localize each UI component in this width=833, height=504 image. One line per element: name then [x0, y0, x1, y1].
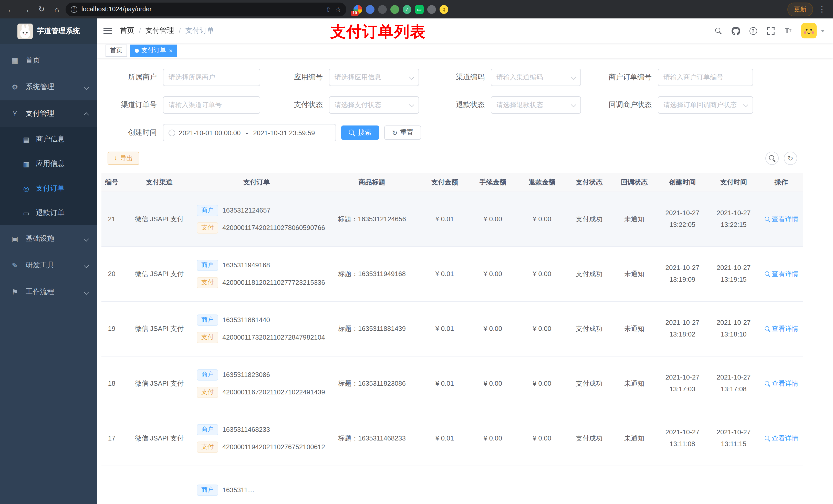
view-detail-link[interactable]: 查看详情 [764, 269, 799, 279]
pay-status-select[interactable]: 请选择支付状态 [329, 96, 419, 114]
address-bar[interactable]: i localhost:1024/pay/order ⇧ ☆ [66, 2, 346, 16]
merchant-order-no: 1635312124657 [222, 207, 270, 214]
cell-id: 18 [101, 356, 128, 411]
cell-fee: ¥ 0.00 [468, 246, 518, 301]
sidebar-toggle-icon[interactable] [97, 19, 118, 43]
help-icon[interactable]: ? [746, 24, 760, 38]
home-icon[interactable]: ⌂ [50, 3, 64, 16]
view-detail-link[interactable]: 查看详情 [764, 434, 799, 443]
col-title: 商品标题 [323, 173, 421, 192]
site-info-icon[interactable]: i [71, 6, 77, 13]
cell-title: 标题：1635311468233 [323, 411, 421, 465]
col-id: 编号 [101, 173, 128, 192]
sidebar-item-infrastructure[interactable]: ▣ 基础设施 [0, 225, 97, 252]
breadcrumb-payment[interactable]: 支付管理 [145, 26, 174, 35]
ext-icon-4[interactable] [390, 5, 399, 14]
user-menu-caret-icon[interactable] [821, 29, 825, 32]
view-detail-link[interactable]: 查看详情 [764, 324, 799, 333]
annotation-title: 支付订单列表 [330, 22, 426, 43]
date-start[interactable]: 2021-10-01 00:00:00 [179, 129, 240, 137]
notify-status-select[interactable]: 请选择订单回调商户状态 [658, 96, 753, 114]
url-text[interactable]: localhost:1024/pay/order [81, 6, 322, 13]
tab-home[interactable]: 首页 [105, 44, 127, 56]
sidebar-item-pay-order[interactable]: ◎ 支付订单 [0, 176, 97, 201]
merchant-tag: 商户 [197, 314, 218, 326]
sidebar-item-merchant-info[interactable]: ▤ 商户信息 [0, 127, 97, 152]
search-button[interactable]: 搜索 [341, 125, 379, 140]
tab-pay-order[interactable]: 支付订单 × [130, 44, 177, 56]
ext-icon-2[interactable] [366, 5, 375, 14]
cell-pay-order: 商户 1635311468233 支付 42000011942021102767… [191, 411, 323, 465]
sidebar: 芋道管理系统 ▦ 首页 ⚙ 系统管理 ¥ 支付管理 [0, 19, 97, 504]
chevron-down-icon [84, 263, 89, 268]
channel-order-no-input[interactable]: 请输入渠道订单号 [163, 96, 260, 114]
cell-fee: ¥ 0.00 [468, 411, 518, 465]
share-icon[interactable]: ⇧ [326, 5, 331, 13]
close-icon[interactable]: × [169, 47, 173, 53]
cell-amount: ¥ 0.01 [421, 356, 468, 411]
sidebar-item-home[interactable]: ▦ 首页 [0, 47, 97, 74]
col-channel: 支付渠道 [128, 173, 191, 192]
table-header: 编号 支付渠道 支付订单 商品标题 支付金额 手续金额 退款金额 支付状态 回调… [101, 173, 803, 192]
cell-notify [612, 465, 657, 504]
view-detail-link[interactable]: 查看详情 [764, 379, 799, 388]
app-select[interactable]: 请选择应用信息 [329, 69, 419, 86]
sidebar-item-system[interactable]: ⚙ 系统管理 [0, 74, 97, 100]
table-toolbar: ↓ 导出 ↻ [108, 152, 797, 165]
cell-title [323, 465, 421, 504]
logo[interactable]: 芋道管理系统 [0, 19, 97, 44]
font-size-icon[interactable]: TT [781, 24, 795, 38]
fullscreen-icon[interactable] [763, 24, 778, 38]
breadcrumb-home[interactable]: 首页 [120, 26, 134, 35]
user-avatar[interactable] [801, 23, 817, 39]
export-button[interactable]: ↓ 导出 [108, 152, 139, 165]
reload-icon[interactable]: ↻ [35, 3, 48, 16]
ext-icon-chat[interactable]: ▭ [415, 5, 424, 14]
bookmark-star-icon[interactable]: ☆ [335, 5, 341, 13]
sidebar-item-payment[interactable]: ¥ 支付管理 [0, 100, 97, 127]
ext-icon-vue[interactable]: ✓ [403, 5, 411, 14]
github-icon[interactable] [729, 24, 743, 38]
back-icon[interactable]: ← [4, 3, 18, 16]
pay-tag: 支付 [197, 222, 218, 233]
forward-icon[interactable]: → [20, 3, 33, 16]
merchant-order-no-input[interactable]: 请输入商户订单编号 [658, 69, 753, 86]
clock-icon [169, 129, 175, 136]
app-title: 芋道管理系统 [37, 27, 80, 36]
cell-channel: 微信 JSAPI 支付 [128, 192, 191, 246]
cell-fee: ¥ 0.00 [468, 356, 518, 411]
cell-id: 20 [101, 246, 128, 301]
chevron-down-icon [84, 85, 89, 90]
toggle-search-button[interactable] [765, 152, 779, 165]
browser-menu-icon[interactable]: ⋮ [815, 5, 829, 14]
channel-order-no-label: 渠道订单号 [108, 100, 157, 110]
cell-title: 标题：1635311949168 [323, 246, 421, 301]
cell-pay-order: 商户 1635311823086 支付 42000011672021102710… [191, 356, 323, 411]
cell-pay-order: 商户 1635311949168 支付 42000011812021102777… [191, 246, 323, 301]
refund-status-select[interactable]: 请选择退款状态 [491, 96, 581, 114]
workflow-icon: ⚑ [10, 288, 20, 296]
ext-icon-3[interactable] [378, 5, 387, 14]
date-end[interactable]: 2021-10-31 23:59:59 [253, 129, 315, 137]
merchant-select[interactable]: 请选择所属商户 [163, 69, 260, 86]
reset-button[interactable]: ↻ 重置 [384, 125, 421, 140]
sidebar-item-refund-order[interactable]: ▭ 退款订单 [0, 201, 97, 225]
browser-update-button[interactable]: 更新 [787, 2, 813, 16]
channel-code-select[interactable]: 请输入渠道编码 [491, 69, 581, 86]
extensions-puzzle-icon[interactable] [427, 5, 436, 14]
sidebar-item-app-info[interactable]: ▥ 应用信息 [0, 152, 97, 176]
sidebar-item-workflow[interactable]: ⚑ 工作流程 [0, 279, 97, 305]
cell-refund: ¥ 0.00 [518, 192, 567, 246]
merchant-icon: ▤ [22, 136, 31, 143]
search-icon [349, 129, 356, 136]
sidebar-item-devtools[interactable]: ✎ 研发工具 [0, 252, 97, 279]
logo-avatar [18, 24, 33, 39]
cell-create-time [657, 465, 708, 504]
create-time-range-picker[interactable]: 2021-10-01 00:00:00 - 2021-10-31 23:59:5… [163, 124, 336, 141]
view-detail-link[interactable]: 查看详情 [764, 214, 799, 223]
search-icon[interactable] [711, 24, 725, 38]
refresh-table-button[interactable]: ↻ [784, 152, 797, 165]
ext-icon-1[interactable]: 10 [354, 5, 362, 14]
ext-icon-avatar[interactable]: :) [439, 5, 448, 14]
filter-row-2: 渠道订单号 请输入渠道订单号 支付状态 请选择支付状态 退款状态 请选择退款状态… [108, 96, 833, 114]
